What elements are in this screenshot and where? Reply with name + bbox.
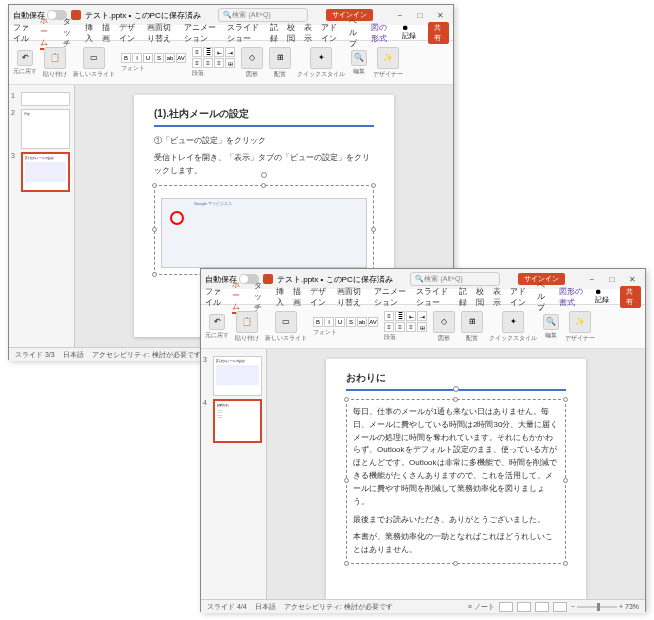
thumbnail-3[interactable]: (1).社内メールの設定 [21,152,70,192]
new-slide-button[interactable]: ▭ [275,311,297,333]
shapes-button[interactable]: ◇ [433,311,455,333]
tab-file[interactable]: ファイル [13,22,33,44]
tab-home[interactable]: ホーム [40,15,55,50]
normal-view-button[interactable] [499,602,513,612]
tab-transitions[interactable]: 画面切り替え [337,286,367,308]
tab-view[interactable]: 表示 [304,22,314,44]
undo-icon[interactable]: ↶ [209,314,225,330]
minimize-button[interactable]: − [391,8,409,22]
slide-canvas[interactable]: おわりに 毎日、仕事のメールが1通も来ない日はありません。毎日、メールに費やして… [267,349,645,599]
arrange-button[interactable]: ⊞ [461,311,483,333]
bold-button[interactable]: B [121,53,131,63]
tab-animations[interactable]: アニメーション [184,22,220,44]
paste-button[interactable]: 📋 [236,311,258,333]
share-button[interactable]: 共有 [620,286,641,308]
new-slide-button[interactable]: ▭ [83,47,105,69]
thumbnail-pane[interactable]: 3(1).社内メールの設定 4おわりに━━━━━━━━━━━━━━━━━━━━ [201,349,267,599]
record-button[interactable]: ⏺ 記録 [591,287,613,306]
underline-button[interactable]: U [143,53,153,63]
language-status[interactable]: 日本語 [63,350,84,360]
tab-addin[interactable]: アドイン [510,286,530,308]
close-button[interactable]: ✕ [431,8,449,22]
selected-image[interactable]: Google マイビジネス [154,185,374,275]
tab-slideshow[interactable]: スライドショー [416,286,451,308]
statusbar: スライド 4/4 日本語 アクセシビリティ: 検討が必要です ≡ ノート −+7… [201,599,645,613]
thumbnail-3[interactable]: (1).社内メールの設定 [213,356,262,396]
maximize-button[interactable]: □ [411,8,429,22]
search-input[interactable]: 🔍 検索 (Alt+Q) [218,8,308,22]
paste-button[interactable]: 📋 [44,47,66,69]
sorter-view-button[interactable] [517,602,531,612]
closing-2[interactable]: 本書が、業務効率化の一助となればこれほどうれしいことはありません。 [353,531,559,557]
quickstyle-button[interactable]: ✦ [310,47,332,69]
language-status[interactable]: 日本語 [255,602,276,612]
rotate-handle[interactable] [453,386,459,392]
accessibility-status[interactable]: アクセシビリティ: 検討が必要です [284,602,393,612]
tab-help[interactable]: ヘルプ [349,16,364,49]
tab-insert[interactable]: 挿入 [276,286,286,308]
tab-picture-format[interactable]: 図の形式 [371,22,391,44]
tab-shape-format[interactable]: 図形の書式 [559,286,584,308]
tab-review[interactable]: 校閲 [476,286,486,308]
tab-record[interactable]: 記録 [459,286,469,308]
search-input[interactable]: 🔍 検索 (Alt+Q) [410,272,500,286]
tab-draw[interactable]: 描画 [293,286,303,308]
filename: テスト.pptx • このPCに保存済み [85,10,201,21]
slide-counter: スライド 3/3 [15,350,55,360]
tab-review[interactable]: 校閲 [287,22,297,44]
resize-handle[interactable] [152,183,157,188]
bullets-button[interactable]: ≡ [192,47,202,57]
tab-design[interactable]: デザイン [310,286,330,308]
arrange-button[interactable]: ⊞ [269,47,291,69]
slide-title[interactable]: (1).社内メールの設定 [154,107,374,127]
tab-file[interactable]: ファイル [205,286,225,308]
thumbnail-1[interactable] [21,92,70,106]
notes-button[interactable]: ≡ ノート [468,602,495,612]
shapes-button[interactable]: ◇ [241,47,263,69]
tab-record[interactable]: 記録 [270,22,280,44]
tab-touch[interactable]: タッチ [254,280,269,313]
ribbon-tabs: ファイル ホーム タッチ 挿入 描画 デザイン 画面切り替え アニメーション ス… [201,289,645,305]
tab-touch[interactable]: タッチ [63,16,78,49]
record-button[interactable]: ⏺ 記録 [398,23,421,42]
thumbnail-pane[interactable]: 1 2目次 3(1).社内メールの設定 [9,85,75,347]
ribbon-tabs: ファイル ホーム タッチ 挿入 描画 デザイン 画面切り替え アニメーション ス… [9,25,453,41]
undo-icon[interactable]: ↶ [17,50,33,66]
tab-addin[interactable]: アドイン [321,22,341,44]
tab-design[interactable]: デザイン [119,22,139,44]
filename: テスト.pptx • このPCに保存済み [277,274,393,285]
tab-transitions[interactable]: 画面切り替え [147,22,178,44]
rotate-handle[interactable] [261,172,267,178]
tab-slideshow[interactable]: スライドショー [227,22,263,44]
tab-animations[interactable]: アニメーション [374,286,409,308]
italic-button[interactable]: I [132,53,142,63]
editing-button[interactable]: 🔍 [351,50,367,66]
slide-step1[interactable]: ①「ビューの設定」をクリック [154,135,374,148]
zoom-slider[interactable] [577,606,617,608]
strike-button[interactable]: S [154,53,164,63]
zoom-level[interactable]: 73% [625,603,639,610]
share-button[interactable]: 共有 [428,22,449,44]
tab-home[interactable]: ホーム [232,279,247,314]
thumbnail-2[interactable]: 目次 [21,109,70,149]
closing-1[interactable]: 最後までお読みいただき、ありがとうございました。 [353,514,559,527]
tab-insert[interactable]: 挿入 [85,22,95,44]
designer-button[interactable]: ✨ [377,47,399,69]
font-group: BIUSabAV フォント [121,53,186,73]
close-button[interactable]: ✕ [623,272,641,286]
designer-button[interactable]: ✨ [569,311,591,333]
minimize-button[interactable]: − [583,272,601,286]
tab-view[interactable]: 表示 [493,286,503,308]
editing-button[interactable]: 🔍 [543,314,559,330]
thumbnail-4[interactable]: おわりに━━━━━━━━━━━━━━━━━━━━ [213,399,262,443]
powerpoint-window-2: 自動保存 テスト.pptx • このPCに保存済み 🔍 検索 (Alt+Q) サ… [200,268,646,612]
quickstyle-button[interactable]: ✦ [502,311,524,333]
selected-textbox[interactable]: 毎日、仕事のメールが1通も来ない日はありません。毎日、メールに費やしている時間は… [346,399,566,564]
tab-help[interactable]: ヘルプ [537,280,552,313]
slideshow-view-button[interactable] [553,602,567,612]
accessibility-status[interactable]: アクセシビリティ: 検討が必要です [92,350,201,360]
maximize-button[interactable]: □ [603,272,621,286]
tab-draw[interactable]: 描画 [102,22,112,44]
reading-view-button[interactable] [535,602,549,612]
body-text[interactable]: 毎日、仕事のメールが1通も来ない日はありません。毎日、メールに費やしている時間は… [353,406,559,508]
